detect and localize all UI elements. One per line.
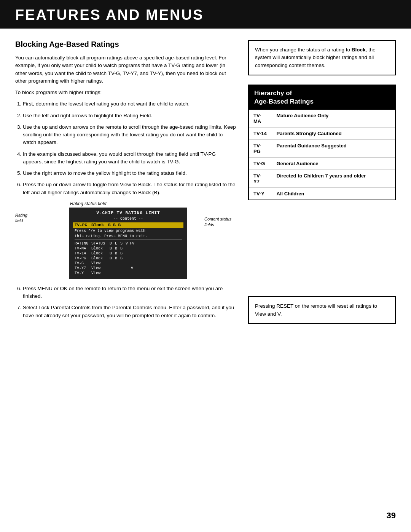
step-1: First, determine the lowest level rating… [23,100,237,108]
rating-field-label: Ratingfield — [15,212,40,224]
main-content: Blocking Age-Based Ratings You can autom… [0,40,411,324]
hierarchy-table: TV-MAMature Audience OnlyTV-14Parents St… [249,110,395,200]
rating-code: TV-G [249,157,272,169]
rating-code: TV-Y [249,187,272,200]
diagram-wrapper: Rating status field Ratingfield — V-CHIP… [15,201,237,279]
step-5: Use the right arrow to move the yellow h… [23,169,237,177]
rating-description: Parental Guidance Suggested [272,139,395,157]
info-line2: this rating. Press MENU to exit. [73,234,183,238]
rating-code: TV-Y7 [249,169,272,187]
section-title: Blocking Age-Based Ratings [15,40,237,49]
rating-description: Directed to Children 7 years and older [272,169,395,187]
sub-paragraph: To block programs with higher ratings: [15,89,237,96]
screen-subtitle: -- Content -- [73,217,183,221]
step-4: In the example discussed above, you woul… [23,150,237,166]
rating-code: TV-PG [249,139,272,157]
step-2: Use the left and right arrows to highlig… [23,112,237,120]
col-header-row: RATING STATUS D L S V FV [73,241,183,246]
hierarchy-row: TV-MAMature Audience Only [249,110,395,128]
note-box-top: When you change the status of a rating t… [248,40,396,75]
hierarchy-row: TV-Y7Directed to Children 7 years and ol… [249,169,395,187]
table-row: TV-YView [73,271,183,276]
hierarchy-row: TV-14Parents Strongly Cautioned [249,127,395,139]
highlight-rating: TV-PG [75,223,91,227]
highlight-cols: B B B [108,223,121,227]
screen-title: V-CHIP TV RATING LIMIT [73,211,183,215]
right-column: When you change the status of a rating t… [248,40,396,324]
table-row: TV-14Block BBB [73,251,183,256]
intro-paragraph: You can automatically block all program … [15,54,237,85]
page-title: FEATURES AND MENUS [15,7,396,23]
hierarchy-row: TV-PGParental Guidance Suggested [249,139,395,157]
step-7: Select Lock Parental Controls from the P… [23,304,237,320]
step-3: Use the up and down arrows on the remote… [23,123,237,147]
rating-description: Mature Audience Only [272,110,395,128]
step-5b: Press the up or down arrow to toggle fro… [23,181,237,197]
highlight-row: TV-PG Block B B B [73,222,183,228]
separator [75,240,182,240]
table-row: TV-MABlock BBB [73,246,183,251]
page-header: FEATURES AND MENUS [0,0,411,29]
hierarchy-row: TV-YAll Children [249,187,395,200]
step-6: Press MENU or OK on the remote to return… [23,285,237,300]
hierarchy-box: Hierarchy of Age-Based Ratings TV-MAMatu… [248,85,396,200]
table-row: TV-PGBlock BBB [73,256,183,261]
steps-list-continued: Press MENU or OK on the remote to return… [23,285,237,320]
table-row: TV-GView [73,261,183,266]
rating-code: TV-MA [249,110,272,128]
rating-code: TV-14 [249,127,272,139]
diagram-label-top: Rating status field [70,201,202,206]
left-column: Blocking Age-Based Ratings You can autom… [15,40,237,324]
reset-note-box: Pressing RESET on the remote will reset … [248,296,396,324]
hierarchy-row: TV-GGeneral Audience [249,157,395,169]
table-row: TV-Y7View V [73,266,183,271]
tv-screen: V-CHIP TV RATING LIMIT -- Content -- TV-… [69,208,187,279]
hierarchy-header: Hierarchy of Age-Based Ratings [249,85,395,110]
steps-list: First, determine the lowest level rating… [23,100,237,197]
rating-description: General Audience [272,157,395,169]
rating-description: Parents Strongly Cautioned [272,127,395,139]
rating-description: All Children [272,187,395,200]
reset-text: Pressing RESET on the remote will reset … [255,303,377,316]
highlight-status: Block [91,223,108,227]
info-line1: Press ^/v to view programs with [73,229,183,233]
note-text: When you change the status of a rating t… [255,47,376,68]
content-status-label: Content statusfields [204,216,237,228]
page-number: 39 [387,511,396,521]
